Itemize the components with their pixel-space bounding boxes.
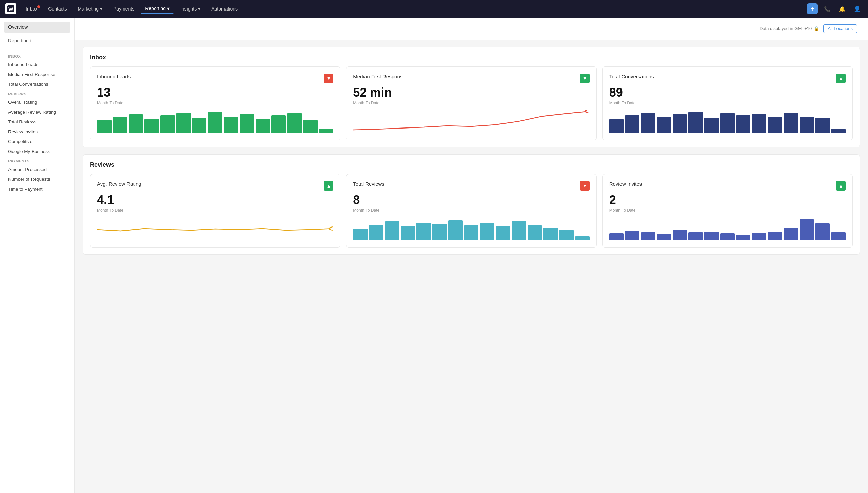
trend-badge-total-reviews: ▼ xyxy=(580,181,590,191)
trend-badge-total-conversations: ▲ xyxy=(836,74,846,83)
all-locations-button[interactable]: All Locations xyxy=(823,24,857,33)
sidebar-item-google-my-business[interactable]: Google My Business xyxy=(0,146,74,156)
inbox-section: Inbox Inbound Leads ▼ 13 Month To Date xyxy=(83,47,860,147)
sidebar-item-number-of-requests[interactable]: Number of Requests xyxy=(0,174,74,184)
metric-card-total-conversations: Total Conversations ▲ 89 Month To Date xyxy=(602,66,853,140)
sidebar-item-avg-review-rating[interactable]: Average Review Rating xyxy=(0,107,74,117)
chart-total-conversations xyxy=(609,110,846,133)
bar xyxy=(752,233,766,240)
nav-marketing[interactable]: Marketing ▾ xyxy=(74,4,106,14)
bar xyxy=(256,119,270,133)
bar xyxy=(401,226,415,240)
reviews-section-card: Reviews Avg. Review Rating ▲ 4.1 Month T… xyxy=(83,154,860,255)
bar xyxy=(512,221,526,240)
bar xyxy=(609,233,624,240)
nav-inbox[interactable]: Inbox xyxy=(22,4,41,14)
sidebar-item-overall-rating[interactable]: Overall Rating xyxy=(0,97,74,107)
metric-period-avg-review-rating: Month To Date xyxy=(97,208,333,213)
bar xyxy=(768,232,782,241)
bar xyxy=(528,225,542,241)
metric-title-total-conversations: Total Conversations xyxy=(609,74,654,79)
trend-badge-avg-review-rating: ▲ xyxy=(324,181,333,191)
sidebar-item-median-first-response[interactable]: Median First Response xyxy=(0,70,74,79)
bar xyxy=(704,118,719,133)
sidebar-item-total-conversations[interactable]: Total Conversations xyxy=(0,79,74,89)
inbox-section-title: Inbox xyxy=(90,54,853,61)
reviews-section-title: Reviews xyxy=(90,161,853,169)
add-button[interactable]: + xyxy=(807,3,818,14)
bar xyxy=(496,226,510,240)
bell-icon[interactable]: 🔔 xyxy=(837,3,848,14)
bar xyxy=(641,232,655,241)
bar xyxy=(625,231,639,240)
chart-review-invites xyxy=(609,217,846,240)
sidebar-section-inbox: INBOX xyxy=(0,52,74,60)
sidebar-item-reporting-plus[interactable]: Reporting+ xyxy=(4,35,70,46)
bar xyxy=(641,113,655,133)
metric-title-total-reviews: Total Reviews xyxy=(353,181,384,187)
metric-value-median-first-response: 52 min xyxy=(353,86,589,99)
svg-point-2 xyxy=(330,227,334,230)
bar xyxy=(752,114,766,133)
sidebar-item-review-invites[interactable]: Review Invites xyxy=(0,127,74,137)
sidebar-item-total-reviews[interactable]: Total Reviews xyxy=(0,117,74,127)
metric-period-total-conversations: Month To Date xyxy=(609,101,846,105)
nav-insights[interactable]: Insights ▾ xyxy=(176,4,204,14)
lock-icon: 🔒 xyxy=(814,26,819,31)
metric-card-median-first-response: Median First Response ▼ 52 min Month To … xyxy=(346,66,596,140)
bar xyxy=(416,223,431,241)
topnav: Inbox Contacts Marketing ▾ Payments Repo… xyxy=(0,0,868,18)
metric-card-total-reviews: Total Reviews ▼ 8 Month To Date xyxy=(346,174,596,248)
metric-card-avg-review-rating: Avg. Review Rating ▲ 4.1 Month To Date xyxy=(90,174,340,248)
sidebar-item-amount-processed[interactable]: Amount Processed xyxy=(0,164,74,174)
chart-inbound-leads xyxy=(97,110,333,133)
bar xyxy=(768,117,782,133)
bar-chart-inbound-leads xyxy=(97,110,333,133)
inbox-section-card: Inbox Inbound Leads ▼ 13 Month To Date xyxy=(83,47,860,147)
bar xyxy=(831,232,846,241)
bar xyxy=(625,115,639,133)
marketing-dropdown-icon: ▾ xyxy=(100,6,102,12)
bar xyxy=(657,234,671,241)
bar xyxy=(736,115,751,133)
sidebar-section-payments: PAYMENTS xyxy=(0,156,74,164)
bar xyxy=(319,129,334,133)
sidebar-item-time-to-payment[interactable]: Time to Payment xyxy=(0,184,74,194)
metric-period-review-invites: Month To Date xyxy=(609,208,846,213)
bar xyxy=(688,232,703,241)
nav-reporting[interactable]: Reporting ▾ xyxy=(141,4,174,14)
bar xyxy=(673,230,687,241)
topnav-actions: + 📞 🔔 👤 xyxy=(807,3,863,14)
bar-chart-total-reviews xyxy=(353,217,589,240)
sidebar: Overview Reporting+ INBOX Inbound Leads … xyxy=(0,18,75,493)
bar xyxy=(609,119,624,133)
sidebar-item-inbound-leads[interactable]: Inbound Leads xyxy=(0,60,74,70)
profile-avatar[interactable]: 👤 xyxy=(852,3,863,14)
metric-header-total-reviews: Total Reviews ▼ xyxy=(353,181,589,191)
metric-header-review-invites: Review Invites ▲ xyxy=(609,181,846,191)
bar xyxy=(287,113,302,133)
sidebar-section-reviews: REVIEWS xyxy=(0,89,74,97)
bar xyxy=(240,114,254,133)
metric-period-median-first-response: Month To Date xyxy=(353,101,589,105)
bar xyxy=(192,118,207,133)
bar xyxy=(784,228,798,241)
app-logo[interactable] xyxy=(5,3,16,14)
bar-chart-review-invites xyxy=(609,217,846,240)
bar xyxy=(831,129,846,133)
phone-icon[interactable]: 📞 xyxy=(822,3,833,14)
nav-automations[interactable]: Automations xyxy=(207,4,242,14)
bar xyxy=(385,221,399,240)
metric-title-review-invites: Review Invites xyxy=(609,181,642,187)
line-chart-median-first-response xyxy=(353,110,589,133)
main-header: Data displayed in GMT+10 🔒 All Locations xyxy=(75,18,868,40)
nav-payments[interactable]: Payments xyxy=(109,4,138,14)
nav-contacts[interactable]: Contacts xyxy=(44,4,71,14)
metric-value-avg-review-rating: 4.1 xyxy=(97,193,333,207)
bar xyxy=(720,113,735,133)
app-layout: Overview Reporting+ INBOX Inbound Leads … xyxy=(0,18,868,493)
sidebar-item-competitive[interactable]: Competitive xyxy=(0,137,74,146)
sidebar-item-overview[interactable]: Overview xyxy=(4,22,70,33)
bar xyxy=(815,118,830,133)
bar xyxy=(800,219,814,240)
